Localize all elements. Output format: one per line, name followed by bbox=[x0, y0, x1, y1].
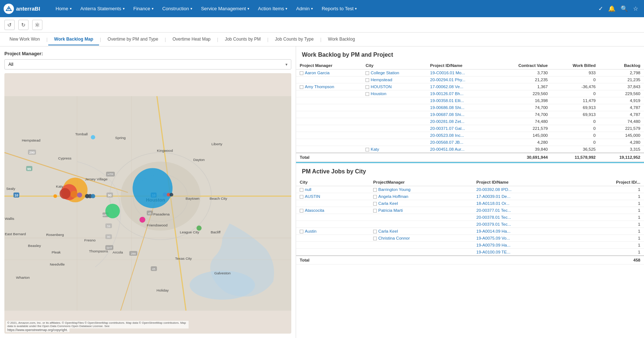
pm-select[interactable]: All bbox=[4, 59, 291, 70]
backlog-table-scroll[interactable]: Project Manager City Project ID/Name Con… bbox=[296, 62, 644, 162]
backlog-table-row: 19-00686.08 Shi...74,70069,9134,787 bbox=[296, 104, 644, 111]
backlog-billed-cell: 933 bbox=[552, 70, 599, 76]
nav-anterra-statements[interactable]: Anterra Statements ▾ bbox=[76, 0, 129, 17]
backlog-backlog-cell: 4,280 bbox=[599, 139, 644, 146]
settings-button[interactable] bbox=[32, 20, 42, 30]
tab-job-counts-type[interactable]: Job Counts by Type bbox=[269, 34, 319, 45]
star-icon[interactable]: ☆ bbox=[633, 5, 638, 12]
svg-point-81 bbox=[91, 194, 95, 198]
col-project[interactable]: Project ID/Name bbox=[427, 62, 493, 70]
tab-work-backlog-map[interactable]: Work Backlog Map bbox=[48, 34, 99, 45]
pa-col-pm[interactable]: ProjectManager bbox=[370, 179, 473, 186]
pa-pm-cell: Carla Keel bbox=[370, 200, 473, 207]
pa-col-count[interactable]: Project ID/... bbox=[571, 179, 644, 186]
backlog-city-cell: Hempstead bbox=[362, 76, 427, 83]
backlog-contract-cell: 145,000 bbox=[493, 132, 551, 139]
pa-pm-cell bbox=[370, 242, 473, 249]
backlog-city-cell bbox=[362, 139, 427, 146]
backlog-pm-cell: Amy Thompson bbox=[296, 83, 362, 90]
pa-project-cell: 19-A0100.09 TE... bbox=[473, 249, 571, 256]
nav-service-arrow: ▾ bbox=[247, 7, 249, 11]
svg-text:Baytown: Baytown bbox=[186, 196, 200, 200]
tab-new-work-won[interactable]: New Work Won bbox=[4, 34, 46, 45]
pa-col-project[interactable]: Project ID/Name bbox=[473, 179, 571, 186]
pa-pm-cell: Angela Hoffman bbox=[370, 193, 473, 200]
pa-pm-cell: Carla Keel bbox=[370, 228, 473, 235]
app-logo[interactable]: anterraBI bbox=[4, 4, 48, 14]
tab-divider-6: | bbox=[319, 37, 322, 42]
pa-count-cell: 1 bbox=[571, 200, 644, 207]
pmactive-table-row: 19-A0079.09 Ha...1 bbox=[296, 242, 644, 249]
nav-service-management[interactable]: Service Management ▾ bbox=[197, 0, 254, 17]
nav-construction[interactable]: Construction ▾ bbox=[158, 0, 197, 17]
svg-text:Friendswood: Friendswood bbox=[147, 223, 168, 227]
backlog-city-cell: Houston bbox=[362, 90, 427, 97]
svg-point-86 bbox=[140, 217, 145, 223]
nav-admin[interactable]: Admin ▾ bbox=[292, 0, 317, 17]
backlog-city-cell bbox=[362, 97, 427, 104]
svg-point-82 bbox=[105, 204, 120, 218]
col-backlog[interactable]: Backlog bbox=[599, 62, 644, 70]
nav-construction-arrow: ▾ bbox=[190, 7, 192, 11]
pmactive-total-row: Total 458 bbox=[296, 256, 644, 264]
svg-text:Katy: Katy bbox=[56, 184, 63, 188]
backlog-backlog-cell: 4,787 bbox=[599, 111, 644, 118]
svg-text:90: 90 bbox=[107, 235, 110, 239]
backlog-pm-cell: Aaron Garcia bbox=[296, 70, 362, 76]
nav-finance[interactable]: Finance ▾ bbox=[129, 0, 158, 17]
backlog-total-empty2 bbox=[427, 153, 493, 162]
backlog-contract-cell: 39,840 bbox=[493, 146, 551, 153]
pa-city-cell bbox=[296, 214, 370, 221]
svg-text:East Bernard: East Bernard bbox=[5, 232, 26, 236]
svg-text:90: 90 bbox=[108, 194, 111, 197]
svg-text:Dayton: Dayton bbox=[193, 158, 205, 162]
svg-text:HTR: HTR bbox=[107, 173, 114, 176]
map-container[interactable]: 290 99 10 10 290 90 WPT HTR 45 59 bbox=[4, 73, 291, 334]
redo-button[interactable]: ↻ bbox=[18, 20, 29, 30]
backlog-backlog-cell: 4,787 bbox=[599, 104, 644, 111]
backlog-project-cell: 19-00126.07 Bh... bbox=[427, 90, 493, 97]
nav-home[interactable]: Home ▾ bbox=[51, 0, 76, 17]
col-city[interactable]: City bbox=[362, 62, 427, 70]
backlog-billed-cell: 0 bbox=[552, 139, 599, 146]
pm-active-table: City ProjectManager Project ID/Name Proj… bbox=[296, 179, 644, 264]
backlog-backlog-cell: 4,919 bbox=[599, 97, 644, 104]
svg-text:45: 45 bbox=[152, 267, 155, 271]
logo-text: anterraBI bbox=[16, 5, 40, 12]
svg-text:59: 59 bbox=[107, 225, 110, 228]
pa-project-cell: 20-00392.08 IPD... bbox=[473, 186, 571, 193]
backlog-city-cell bbox=[362, 125, 427, 132]
main-content: Project Manager: All ▾ bbox=[0, 46, 644, 338]
col-pm[interactable]: Project Manager bbox=[296, 62, 362, 70]
pa-col-city[interactable]: City bbox=[296, 179, 370, 186]
tab-work-backlog[interactable]: Work Backlog bbox=[322, 34, 361, 45]
checkmark-icon[interactable]: ✓ bbox=[598, 5, 603, 12]
pa-project-cell: 19-A0075.09 Vo... bbox=[473, 235, 571, 242]
svg-text:Wharton: Wharton bbox=[16, 275, 30, 279]
undo-button[interactable]: ↺ bbox=[4, 20, 15, 30]
search-icon[interactable]: 🔍 bbox=[621, 5, 628, 12]
svg-point-77 bbox=[71, 191, 78, 198]
backlog-pm-cell bbox=[296, 125, 362, 132]
backlog-total-billed: 11,578,992 bbox=[552, 153, 599, 162]
backlog-pm-cell bbox=[296, 139, 362, 146]
tab-overtime-pm-type[interactable]: Overtime by PM and Type bbox=[102, 34, 164, 45]
bell-icon[interactable]: 🔔 bbox=[608, 5, 615, 12]
pm-active-table-scroll[interactable]: City ProjectManager Project ID/Name Proj… bbox=[296, 179, 644, 338]
col-contract[interactable]: Contract Value bbox=[493, 62, 551, 70]
svg-text:Holiday: Holiday bbox=[156, 288, 168, 292]
backlog-backlog-cell: 229,560 bbox=[599, 90, 644, 97]
col-billed[interactable]: Work Billed bbox=[552, 62, 599, 70]
backlog-table-row: 20-00371.07 Gal...221,5790221,579 bbox=[296, 125, 644, 132]
tab-overtime-heat-map[interactable]: Overtime Heat Map bbox=[167, 34, 216, 45]
nav-action-items[interactable]: Action Items ▾ bbox=[254, 0, 292, 17]
nav-reports[interactable]: Reports to Test ▾ bbox=[317, 0, 361, 17]
pa-city-cell: AUSTIN bbox=[296, 193, 370, 200]
nav-construction-label: Construction bbox=[162, 6, 189, 11]
tab-job-counts-pm[interactable]: Job Counts by PM bbox=[219, 34, 266, 45]
svg-text:League City: League City bbox=[180, 230, 199, 234]
tab-divider-5: | bbox=[266, 37, 269, 42]
pa-pm-cell: Patricia Marti bbox=[370, 207, 473, 214]
svg-text:Galveston: Galveston bbox=[214, 271, 231, 275]
backlog-backlog-cell: 3,315 bbox=[599, 146, 644, 153]
